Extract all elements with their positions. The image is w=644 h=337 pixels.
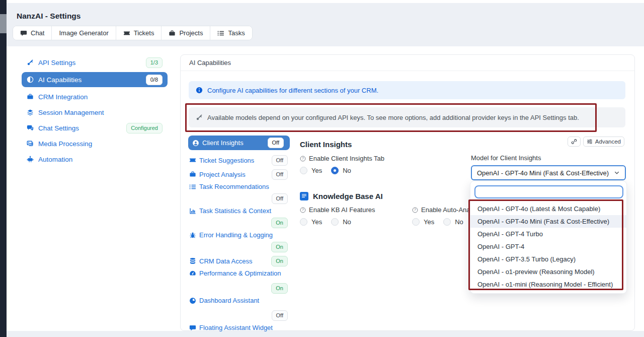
client-insights-no-radio[interactable] (331, 167, 339, 174)
model-select-group: Model for Client Insights OpenAI - GPT-4… (471, 154, 626, 180)
tab-projects[interactable]: Projects (162, 26, 210, 40)
chats-icon (27, 124, 34, 131)
brain-icon (27, 76, 34, 83)
book-icon (300, 192, 308, 200)
model-option[interactable]: OpenAI - GPT-4 Turbo (470, 228, 626, 240)
model-option-highlighted[interactable]: OpenAI - GPT-4o Mini (Fast & Cost-Effect… (470, 215, 626, 228)
tab-tickets[interactable]: Tickets (116, 26, 162, 40)
subnav-item-crm-data-access[interactable]: CRM Data AccessOn (189, 255, 290, 266)
model-option[interactable]: OpenAI - GPT-4o (Latest & Most Capable) (470, 203, 626, 215)
scrollbar-thumb[interactable] (0, 14, 7, 33)
person-circle-icon (192, 140, 199, 147)
panel-header: AI Capabilities (181, 55, 634, 71)
ai-capabilities-panel: AI Capabilities Configure AI capabilitie… (180, 54, 635, 331)
tab-label: Chat (31, 29, 44, 37)
toggle-badge: On (271, 242, 288, 252)
subnav-item-project-analysis[interactable]: Project AnalysisOff (189, 169, 290, 180)
enable-kb-label: ?Enable KB AI Features (300, 206, 375, 214)
briefcase-icon (27, 93, 34, 100)
question-circle-icon: ? (300, 207, 306, 213)
tab-label: Tasks (228, 29, 245, 37)
tab-tasks[interactable]: Tasks (210, 26, 252, 40)
subnav-item-client-insights[interactable]: Client InsightsOff (188, 136, 290, 150)
speedometer-icon (189, 270, 196, 277)
radio-label: No (343, 218, 351, 226)
model-option[interactable]: OpenAI - GPT-4 (470, 240, 626, 253)
briefcase-icon (169, 30, 176, 37)
model-search-input[interactable] (474, 185, 623, 198)
link-icon (571, 139, 577, 145)
key-icon (27, 59, 34, 66)
info-circle-icon (196, 87, 203, 94)
tab-image-generator[interactable]: Image Generator (52, 26, 116, 40)
kb-yes-radio[interactable] (300, 218, 307, 226)
sidebar-item-crm-integration[interactable]: CRM Integration (22, 91, 168, 103)
subnav-item-ticket-suggestions[interactable]: Ticket SuggestionsOff (189, 155, 290, 166)
auto-analysis-no-radio[interactable] (443, 218, 451, 226)
model-option[interactable]: OpenAI - o1-mini (Reasoning Model - Effi… (470, 278, 626, 291)
enable-client-insights-group: ?Enable Client Insights Tab Yes No (300, 155, 384, 174)
radio-label: No (455, 218, 463, 226)
svg-text:?: ? (302, 157, 304, 160)
subnav-item-dashboard-assistant[interactable]: Dashboard AssistantOff (189, 297, 290, 321)
advanced-button[interactable]: Advanced (583, 137, 624, 147)
top-tab-bar: Chat Image Generator Tickets Projects Ta… (13, 26, 253, 40)
subnav-item-error-handling[interactable]: Error Handling & LoggingOn (189, 231, 290, 252)
bottom-band (7, 331, 644, 337)
tab-label: Image Generator (59, 29, 108, 37)
subnav-item-task-statistics[interactable]: Task Statistics & ContextOn (189, 207, 290, 228)
chevron-down-icon (614, 170, 620, 176)
gauge-icon (189, 297, 196, 304)
status-badge: 0/8 (146, 75, 163, 85)
model-select[interactable]: OpenAI - GPT-4o Mini (Fast & Cost-Effect… (471, 165, 626, 180)
model-option[interactable]: OpenAI - o1-preview (Reasoning Model) (470, 265, 626, 278)
subnav-item-performance[interactable]: Performance & OptimizationOn (189, 269, 290, 294)
subnav-item-task-recommendations[interactable]: Task RecommendationsOff (189, 183, 290, 204)
enable-auto-analysis-group: ?Enable Auto-Analys Yes No (412, 206, 478, 226)
model-select-label: Model for Client Insights (471, 154, 626, 162)
capabilities-subnav: Client InsightsOff Ticket SuggestionsOff… (189, 136, 290, 337)
link-button[interactable] (568, 137, 581, 147)
page-title: NanzAI - Settings (17, 12, 80, 21)
tab-chat[interactable]: Chat (13, 26, 52, 40)
info-alert: Configure AI capabilities for different … (189, 81, 625, 99)
settings-sidebar: API Settings1/3 AI Capabilities0/8 CRM I… (22, 56, 168, 165)
svg-text:?: ? (414, 208, 416, 212)
kb-section-heading: Knowledge Base AI (300, 192, 383, 200)
toggle-badge: Off (272, 169, 288, 180)
toggle-badge: Off (272, 193, 288, 204)
ticket-icon (189, 157, 196, 164)
toggle-badge: Off (268, 138, 284, 148)
model-option[interactable]: OpenAI - GPT-3.5 Turbo (Legacy) (470, 253, 626, 265)
kb-no-radio[interactable] (331, 218, 339, 226)
sidebar-item-api-settings[interactable]: API Settings1/3 (22, 56, 168, 69)
robot-icon (27, 156, 34, 163)
toggle-badge: Off (272, 155, 288, 166)
subnav-item-floating-widget[interactable]: Floating Assistant WidgetOff (189, 324, 290, 337)
status-badge: Configured (126, 123, 163, 133)
api-keys-alert: Available models depend on your configur… (189, 107, 625, 127)
toggle-badge: On (271, 283, 288, 294)
sidebar-item-session-management[interactable]: Session Management (22, 106, 168, 118)
layers-icon (27, 109, 34, 116)
sidebar-item-media-processing[interactable]: Media Processing (22, 138, 168, 150)
model-dropdown-panel: OpenAI - GPT-4o (Latest & Most Capable) … (470, 181, 627, 294)
auto-analysis-yes-radio[interactable] (412, 218, 420, 226)
list-icon (189, 183, 196, 190)
briefcase-icon (189, 171, 196, 178)
client-insights-yes-radio[interactable] (300, 167, 307, 174)
panel-title: AI Capabilities (189, 59, 231, 66)
question-circle-icon: ? (412, 207, 418, 213)
toggle-badge: On (271, 218, 288, 228)
sidebar-item-ai-capabilities[interactable]: AI Capabilities0/8 (22, 72, 168, 87)
chat-icon (189, 324, 196, 331)
radio-label: No (343, 167, 351, 174)
section-title: Client Insights (300, 140, 352, 149)
sidebar-item-chat-settings[interactable]: Chat SettingsConfigured (22, 122, 168, 134)
radio-label: Yes (311, 167, 322, 174)
sidebar-item-automation[interactable]: Automation (22, 153, 168, 165)
key-icon (196, 114, 203, 121)
ticket-icon (123, 30, 130, 37)
radio-label: Yes (311, 218, 322, 226)
section-header-buttons: Advanced (568, 137, 624, 147)
